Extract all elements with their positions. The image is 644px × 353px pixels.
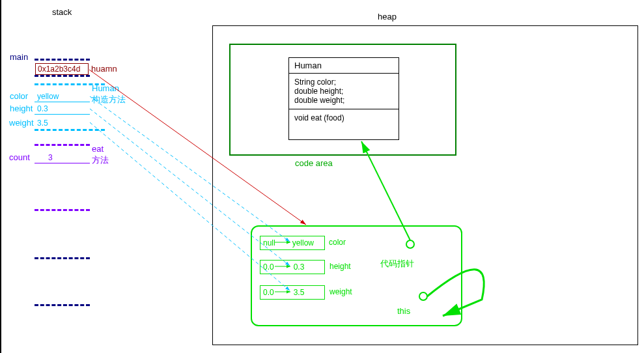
obj-height-box: 0.0 0.3 <box>260 260 325 274</box>
weight-dash <box>35 129 105 131</box>
eat-dash-top <box>35 144 90 146</box>
stack-left-border <box>0 0 1 330</box>
weight-label: weight <box>9 118 34 128</box>
height-value: 0.3 <box>37 104 48 113</box>
purple-dash-2 <box>35 209 90 211</box>
obj-weight-old: 0.0 <box>263 288 274 297</box>
heap-title: heap <box>378 12 397 21</box>
height-label: height <box>10 104 33 113</box>
obj-color-box: null yellow <box>260 236 325 250</box>
eat-label: eat <box>92 144 104 154</box>
main-end-dash <box>35 75 90 77</box>
count-value: 3 <box>48 153 53 162</box>
field-height: double height; <box>294 87 393 96</box>
navy-dash-b1 <box>35 257 90 259</box>
code-pointer-label: 代码指针 <box>380 258 414 270</box>
class-name-text: Human <box>294 61 322 70</box>
class-name: Human <box>289 58 399 74</box>
stack-title: stack <box>52 7 72 17</box>
obj-height-old: 0.0 <box>263 262 274 272</box>
field-weight: double weight; <box>294 96 393 105</box>
color-label: color <box>10 91 28 101</box>
main-dash <box>35 59 90 61</box>
obj-height-label: height <box>329 262 351 271</box>
class-method: void eat (food) <box>289 109 399 126</box>
main-label: main <box>10 52 28 62</box>
count-line <box>35 163 90 163</box>
method-note: 方法 <box>92 154 109 166</box>
height-line <box>35 114 90 115</box>
obj-weight-label: weight <box>329 287 352 296</box>
color-value: yellow <box>37 92 59 101</box>
address-cell: 0x1a2b3c4d <box>35 63 89 75</box>
human-class-box: Human String color; double height; doubl… <box>288 57 399 140</box>
obj-weight-new: 3.5 <box>294 288 305 297</box>
human-constructor-label: Human <box>92 83 119 93</box>
class-fields: String color; double height; double weig… <box>289 74 399 109</box>
human-var-label: huamn <box>91 64 117 74</box>
obj-weight-box: 0.0 3.5 <box>260 285 325 300</box>
field-color: String color; <box>294 78 393 87</box>
stack-right-border <box>0 330 1 353</box>
this-label: this <box>397 306 410 316</box>
constructor-note: 构造方法 <box>92 94 126 106</box>
weight-value: 3.5 <box>37 119 48 128</box>
obj-color-old: null <box>263 238 275 247</box>
obj-color-new: yellow <box>292 238 314 247</box>
obj-color-label: color <box>329 238 346 247</box>
count-label: count <box>9 152 30 162</box>
navy-dash-b2 <box>35 304 90 306</box>
code-area-label: code area <box>295 158 333 168</box>
obj-height-new: 0.3 <box>294 262 305 272</box>
color-line <box>35 102 90 102</box>
